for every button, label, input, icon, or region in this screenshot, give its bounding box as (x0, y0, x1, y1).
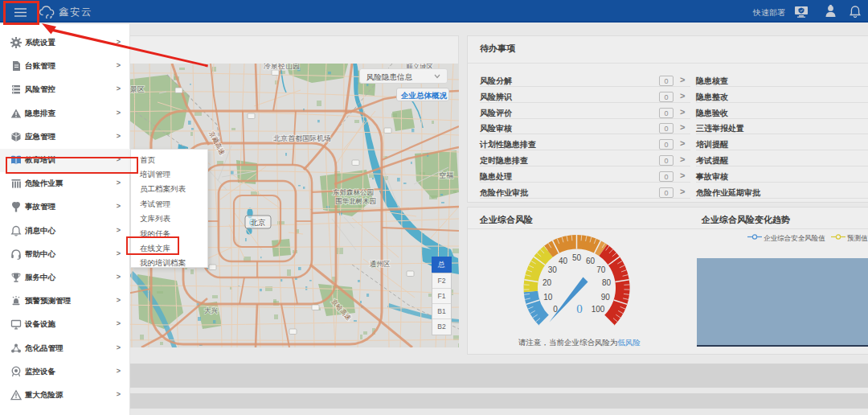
svg-text:50: 50 (572, 253, 582, 262)
svg-text:100: 100 (592, 305, 605, 314)
svg-text:围华北树木园: 围华北树木园 (335, 197, 376, 205)
svg-text:70: 70 (596, 265, 606, 274)
svg-text:40: 40 (559, 257, 568, 265)
svg-text:10: 10 (543, 293, 553, 302)
svg-text:通州区: 通州区 (370, 260, 391, 268)
svg-text:0: 0 (576, 302, 583, 315)
svg-text:30: 30 (548, 265, 558, 274)
svg-text:北京首都国际机场: 北京首都国际机场 (273, 134, 331, 142)
svg-text:景区: 景区 (130, 85, 145, 93)
svg-text:大兴: 大兴 (204, 306, 219, 314)
svg-text:90: 90 (601, 293, 611, 302)
svg-text:冷泉径山园: 冷泉径山园 (264, 64, 300, 70)
svg-text:80: 80 (602, 278, 612, 287)
svg-text:60: 60 (586, 257, 596, 265)
svg-text:20: 20 (542, 278, 552, 287)
svg-text:空福: 空福 (439, 171, 453, 179)
svg-text:东郊森林公园: 东郊森林公园 (333, 188, 374, 196)
svg-text:北京: 北京 (251, 218, 267, 227)
